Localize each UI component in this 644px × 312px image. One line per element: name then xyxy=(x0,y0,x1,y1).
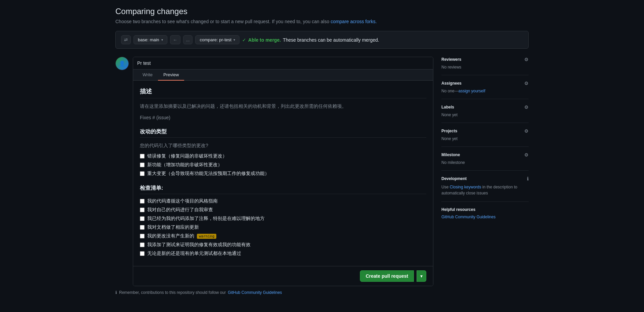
warning-badge: warning xyxy=(197,234,216,239)
checklist-item-6: 我添加了测试来证明我的修复有效或我的功能有效 xyxy=(140,242,426,248)
section-change-type-title: 改动的类型 xyxy=(140,128,426,138)
compare-branch-label: compare: pr-test xyxy=(200,37,231,42)
section-description-body: 请在这里添加摘要以及已解决的问题，还请包括相关的动机和背景，列出此更改所需的任何… xyxy=(140,102,426,110)
github-community-guidelines-link[interactable]: GitHub Community Guidelines xyxy=(441,215,529,219)
base-branch-chevron: ▾ xyxy=(161,38,163,42)
checklist-item-2: 我对自己的代码进行了自我审查 xyxy=(140,207,426,213)
projects-gear-icon[interactable]: ⚙ xyxy=(524,128,529,134)
avatar-form-row: 👤 Write Preview 描述 请在这里添加摘要以及已解决的问题，还请包括… xyxy=(115,57,433,286)
create-pr-arrow-button[interactable]: ▾ xyxy=(417,270,426,282)
avatar: 👤 xyxy=(115,57,129,70)
assign-yourself-link[interactable]: assign yourself xyxy=(459,89,485,93)
sidebar-labels-section: Labels ⚙ None yet xyxy=(441,99,529,123)
checklist-item-3: 我已经为我的代码添加了注释，特别是在难以理解的地方 xyxy=(140,216,426,222)
milestone-title: Milestone xyxy=(441,152,460,157)
preview-content: 描述 请在这里添加摘要以及已解决的问题，还请包括相关的动机和背景，列出此更改所需… xyxy=(133,81,433,266)
reviewers-value: No reviews xyxy=(441,65,529,70)
pr-title-input[interactable] xyxy=(133,57,433,70)
pr-form-container: 👤 Write Preview 描述 请在这里添加摘要以及已解决的问题，还请包括… xyxy=(115,57,433,295)
reviewers-gear-icon[interactable]: ⚙ xyxy=(524,57,529,62)
compare-forks-link[interactable]: compare across forks. xyxy=(331,19,377,24)
labels-value: None yet xyxy=(441,113,529,117)
checkbox-newfeature: 新功能（增加功能的非破坏性更改） xyxy=(140,162,426,168)
sidebar-development-section: Development ℹ Use Closing keywords in th… xyxy=(441,171,529,202)
main-layout: 👤 Write Preview 描述 请在这里添加摘要以及已解决的问题，还请包括… xyxy=(115,57,529,295)
checkbox-bugfix: 错误修复（修复问题的非破坏性更改） xyxy=(140,153,426,159)
checklist-input-4[interactable] xyxy=(140,225,145,230)
sidebar-reviewers-header: Reviewers ⚙ xyxy=(441,57,529,62)
form-footer: Create pull request ▾ xyxy=(133,266,433,286)
helpful-resources-title: Helpful resources xyxy=(441,207,529,212)
development-info-icon[interactable]: ℹ xyxy=(527,176,529,181)
checklist-item-5: 我的更改没有产生新的 warning xyxy=(140,233,426,239)
sidebar-milestone-section: Milestone ⚙ No milestone xyxy=(441,147,529,171)
base-branch-label: base: main xyxy=(138,37,159,42)
sidebar-assignees-header: Assignees ⚙ xyxy=(441,81,529,86)
sidebar-reviewers-section: Reviewers ⚙ No reviews xyxy=(441,57,529,75)
checkbox-newfeature-input[interactable] xyxy=(140,163,145,167)
section-description-title: 描述 xyxy=(140,87,426,98)
checkbox-breaking: 重大变更（会导致现有功能无法按预期工作的修复或功能） xyxy=(140,171,426,177)
avatar-image: 👤 xyxy=(116,57,128,70)
compare-branch-chevron: ▾ xyxy=(233,38,235,42)
labels-title: Labels xyxy=(441,105,454,109)
checklist-input-7[interactable] xyxy=(140,251,145,256)
checklist-input-3[interactable] xyxy=(140,216,145,221)
sidebar-helpful-resources-section: Helpful resources GitHub Community Guide… xyxy=(441,202,529,226)
projects-value: None yet xyxy=(441,136,529,141)
merge-status: ✓ Able to merge. These branches can be a… xyxy=(242,37,379,43)
page-title: Comparing changes xyxy=(115,7,529,16)
compare-branch-button[interactable]: compare: pr-test ▾ xyxy=(195,35,239,44)
sidebar-development-header: Development ℹ xyxy=(441,176,529,181)
checklist-input-5[interactable] xyxy=(140,234,145,238)
development-title: Development xyxy=(441,176,467,181)
base-branch-button[interactable]: base: main ▾ xyxy=(133,35,167,44)
page-subtitle: Choose two branches to see what's change… xyxy=(115,19,529,24)
tab-bar: Write Preview xyxy=(133,70,433,81)
milestone-gear-icon[interactable]: ⚙ xyxy=(524,152,529,158)
dots-button[interactable]: ... xyxy=(183,35,193,44)
fixes-line: Fixes # (issue) xyxy=(140,114,426,121)
section-checklist-title: 检查清单: xyxy=(140,185,426,194)
sidebar-labels-header: Labels ⚙ xyxy=(441,104,529,110)
checklist-item-7: 无论是新的还是现有的单元测试都在本地通过 xyxy=(140,251,426,257)
sidebar-projects-section: Projects ⚙ None yet xyxy=(441,123,529,147)
checklist-item-4: 我对文档做了相应的更新 xyxy=(140,224,426,230)
arrow-left-button[interactable]: ← xyxy=(170,35,180,44)
checklist-input-1[interactable] xyxy=(140,199,145,204)
submit-chevron-icon: ▾ xyxy=(420,273,423,279)
form-area: Write Preview 描述 请在这里添加摘要以及已解决的问题，还请包括相关… xyxy=(133,57,433,286)
closing-keywords-link[interactable]: Closing keywords xyxy=(450,185,481,189)
tab-write[interactable]: Write xyxy=(137,70,158,81)
checklist-section: 检查清单: 我的代码遵循这个项目的风格指南 我对自己的代码进行了自我审查 xyxy=(140,185,426,257)
assignees-value: No one—assign yourself xyxy=(441,89,529,93)
sidebar-projects-header: Projects ⚙ xyxy=(441,128,529,134)
development-text: Use Closing keywords in the description … xyxy=(441,184,529,196)
info-icon: ℹ xyxy=(115,290,117,295)
pr-sidebar: Reviewers ⚙ No reviews Assignees ⚙ No on… xyxy=(441,57,529,226)
sync-icon: ⇄ xyxy=(124,37,128,42)
reviewers-title: Reviewers xyxy=(441,57,461,62)
create-pr-button[interactable]: Create pull request xyxy=(360,270,414,282)
sidebar-assignees-section: Assignees ⚙ No one—assign yourself xyxy=(441,75,529,99)
checkbox-bugfix-input[interactable] xyxy=(140,154,145,159)
community-guidelines-link[interactable]: GitHub Community Guidelines xyxy=(228,290,282,295)
tab-preview[interactable]: Preview xyxy=(158,70,184,81)
labels-gear-icon[interactable]: ⚙ xyxy=(524,104,529,110)
sidebar-milestone-header: Milestone ⚙ xyxy=(441,152,529,158)
assignees-title: Assignees xyxy=(441,81,462,86)
checklist-input-6[interactable] xyxy=(140,242,145,247)
checkbox-breaking-input[interactable] xyxy=(140,171,145,176)
section-change-type-question: 您的代码引入了哪些类型的更改? xyxy=(140,142,426,149)
community-note: ℹ Remember, contributions to this reposi… xyxy=(115,290,433,295)
milestone-value: No milestone xyxy=(441,160,529,165)
branch-bar: ⇄ base: main ▾ ← ... compare: pr-test ▾ … xyxy=(115,31,529,49)
checklist-item-1: 我的代码遵循这个项目的风格指南 xyxy=(140,198,426,204)
projects-title: Projects xyxy=(441,129,457,133)
change-type-checkboxes: 错误修复（修复问题的非破坏性更改） 新功能（增加功能的非破坏性更改） 重大变更（… xyxy=(140,153,426,177)
sync-button[interactable]: ⇄ xyxy=(121,35,131,44)
assignees-gear-icon[interactable]: ⚙ xyxy=(524,81,529,86)
check-circle-icon: ✓ xyxy=(242,37,246,43)
checklist-input-2[interactable] xyxy=(140,208,145,212)
